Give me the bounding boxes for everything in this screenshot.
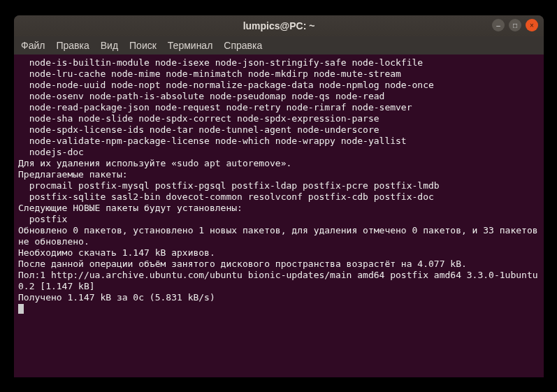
output-line: Следующие НОВЫЕ пакеты будут установлены… [18, 203, 243, 213]
output-line: node-read-package-json node-request node… [18, 102, 412, 112]
titlebar[interactable]: lumpics@PC: ~ – □ × [14, 15, 544, 36]
output-line: Обновлено 0 пакетов, установлено 1 новых… [18, 225, 543, 247]
output-line: postfix-sqlite sasl2-bin dovecot-common … [18, 191, 434, 202]
window-title: lumpics@PC: ~ [243, 20, 315, 31]
output-line: Предлагаемые пакеты: [18, 169, 128, 180]
cursor-icon [18, 304, 24, 314]
output-line: После данной операции объём занятого дис… [18, 259, 467, 269]
output-line: node-sha node-slide node-spdx-correct no… [18, 113, 379, 124]
window-controls: – □ × [492, 19, 538, 31]
close-icon[interactable]: × [526, 19, 538, 31]
output-line: Пол:1 http://ua.archive.ubuntu.com/ubunt… [18, 270, 538, 291]
output-line: node-validate-npm-package-license node-w… [18, 136, 407, 146]
menu-view[interactable]: Вид [101, 40, 118, 51]
output-line: nodejs-doc [18, 147, 84, 157]
output-line: Необходимо скачать 1.147 kB архивов. [18, 247, 215, 258]
output-line: node-lru-cache node-mime node-minimatch … [18, 68, 401, 79]
terminal-window: lumpics@PC: ~ – □ × Файл Правка Вид Поис… [14, 15, 544, 377]
output-line: Получено 1.147 kB за 0с (5.831 kB/s) [18, 292, 215, 303]
output-line: node-spdx-license-ids node-tar node-tunn… [18, 124, 379, 135]
menu-terminal[interactable]: Терминал [168, 40, 212, 51]
terminal-output[interactable]: node-is-builtin-module node-isexe node-j… [14, 55, 544, 377]
menu-search[interactable]: Поиск [129, 40, 157, 51]
output-line: node-is-builtin-module node-isexe node-j… [18, 57, 423, 68]
output-line: Для их удаления используйте «sudo apt au… [18, 158, 291, 168]
maximize-icon[interactable]: □ [509, 19, 521, 31]
menu-edit[interactable]: Правка [56, 40, 89, 51]
output-line: node-node-uuid node-nopt node-normalize-… [18, 80, 434, 90]
menu-help[interactable]: Справка [224, 40, 262, 51]
menu-file[interactable]: Файл [21, 40, 45, 51]
output-line: node-osenv node-path-is-absolute node-ps… [18, 91, 384, 101]
output-line: procmail postfix-mysql postfix-pgsql pos… [18, 180, 440, 191]
minimize-icon[interactable]: – [492, 19, 505, 31]
output-line: postfix [18, 214, 67, 224]
menubar: Файл Правка Вид Поиск Терминал Справка [14, 36, 544, 55]
